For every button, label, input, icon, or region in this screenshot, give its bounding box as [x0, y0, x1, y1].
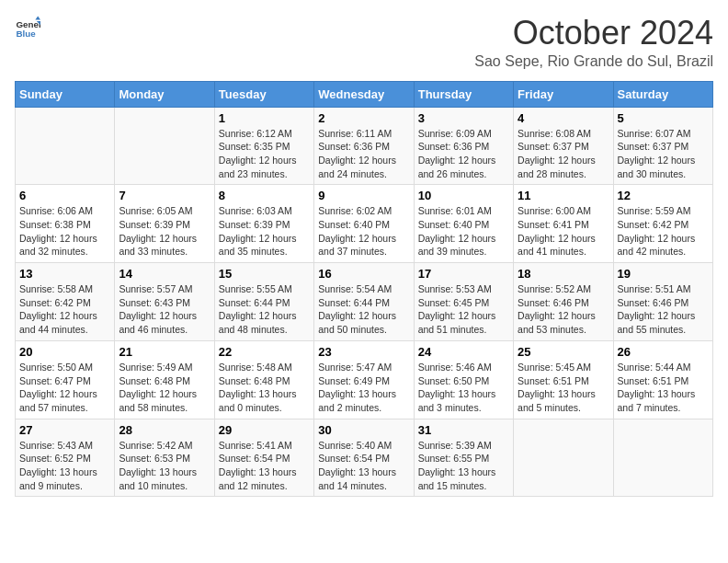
day-number: 6: [19, 189, 110, 202]
day-number: 26: [618, 345, 709, 359]
header-thursday: Thursday: [414, 81, 513, 107]
day-number: 10: [418, 189, 509, 202]
calendar-cell: 12Sunrise: 5:59 AMSunset: 6:42 PMDayligh…: [613, 185, 712, 263]
day-info: Sunrise: 6:00 AMSunset: 6:41 PMDaylight:…: [518, 204, 609, 259]
day-info: Sunrise: 6:08 AMSunset: 6:37 PMDaylight:…: [518, 127, 609, 181]
calendar-cell: [514, 419, 613, 497]
day-info: Sunrise: 5:51 AMSunset: 6:46 PMDaylight:…: [618, 282, 709, 337]
calendar-cell: 3Sunrise: 6:09 AMSunset: 6:36 PMDaylight…: [414, 107, 513, 185]
day-info: Sunrise: 6:02 AMSunset: 6:40 PMDaylight:…: [318, 204, 409, 259]
day-info: Sunrise: 6:09 AMSunset: 6:36 PMDaylight:…: [418, 127, 509, 181]
header-saturday: Saturday: [613, 81, 712, 107]
calendar-cell: 17Sunrise: 5:53 AMSunset: 6:45 PMDayligh…: [414, 263, 513, 341]
week-row-4: 20Sunrise: 5:50 AMSunset: 6:47 PMDayligh…: [16, 340, 713, 419]
day-info: Sunrise: 5:40 AMSunset: 6:54 PMDaylight:…: [318, 439, 409, 493]
calendar-cell: 26Sunrise: 5:44 AMSunset: 6:51 PMDayligh…: [613, 340, 712, 419]
calendar-cell: [16, 107, 115, 185]
day-number: 28: [119, 423, 210, 437]
day-number: 18: [518, 267, 609, 281]
day-info: Sunrise: 5:49 AMSunset: 6:48 PMDaylight:…: [119, 361, 210, 415]
day-info: Sunrise: 5:53 AMSunset: 6:45 PMDaylight:…: [418, 282, 509, 337]
calendar-header-row: SundayMondayTuesdayWednesdayThursdayFrid…: [16, 81, 713, 107]
week-row-3: 13Sunrise: 5:58 AMSunset: 6:42 PMDayligh…: [16, 263, 713, 341]
main-title: October 2024: [474, 15, 713, 52]
day-number: 3: [418, 111, 509, 125]
day-number: 16: [318, 267, 409, 281]
subtitle: Sao Sepe, Rio Grande do Sul, Brazil: [474, 53, 713, 70]
day-number: 19: [618, 267, 709, 281]
header-monday: Monday: [115, 81, 214, 107]
day-number: 17: [418, 267, 509, 281]
day-number: 12: [618, 189, 709, 202]
week-row-5: 27Sunrise: 5:43 AMSunset: 6:52 PMDayligh…: [16, 419, 713, 497]
day-number: 2: [318, 111, 409, 125]
day-info: Sunrise: 5:39 AMSunset: 6:55 PMDaylight:…: [418, 439, 509, 493]
day-number: 24: [418, 345, 509, 359]
header-sunday: Sunday: [16, 81, 115, 107]
day-number: 23: [318, 345, 409, 359]
calendar-cell: 31Sunrise: 5:39 AMSunset: 6:55 PMDayligh…: [414, 419, 513, 497]
day-info: Sunrise: 5:45 AMSunset: 6:51 PMDaylight:…: [518, 361, 609, 415]
day-info: Sunrise: 5:57 AMSunset: 6:43 PMDaylight:…: [119, 282, 210, 337]
day-number: 31: [418, 423, 509, 437]
calendar-cell: 7Sunrise: 6:05 AMSunset: 6:39 PMDaylight…: [115, 185, 214, 263]
day-info: Sunrise: 6:07 AMSunset: 6:37 PMDaylight:…: [618, 127, 709, 181]
calendar-cell: 6Sunrise: 6:06 AMSunset: 6:38 PMDaylight…: [16, 185, 115, 263]
svg-text:Blue: Blue: [16, 29, 36, 39]
day-number: 14: [119, 267, 210, 281]
calendar-cell: 13Sunrise: 5:58 AMSunset: 6:42 PMDayligh…: [16, 263, 115, 341]
calendar-cell: 23Sunrise: 5:47 AMSunset: 6:49 PMDayligh…: [314, 340, 414, 419]
svg-marker-2: [35, 16, 40, 19]
calendar-cell: 9Sunrise: 6:02 AMSunset: 6:40 PMDaylight…: [314, 185, 414, 263]
day-info: Sunrise: 6:12 AMSunset: 6:35 PMDaylight:…: [219, 127, 310, 181]
day-info: Sunrise: 5:54 AMSunset: 6:44 PMDaylight:…: [318, 282, 409, 337]
calendar-cell: [613, 419, 712, 497]
day-info: Sunrise: 5:44 AMSunset: 6:51 PMDaylight:…: [618, 361, 709, 415]
title-section: October 2024 Sao Sepe, Rio Grande do Sul…: [474, 15, 713, 70]
calendar-cell: 25Sunrise: 5:45 AMSunset: 6:51 PMDayligh…: [514, 340, 613, 419]
day-info: Sunrise: 6:11 AMSunset: 6:36 PMDaylight:…: [318, 127, 409, 181]
calendar-cell: 21Sunrise: 5:49 AMSunset: 6:48 PMDayligh…: [115, 340, 214, 419]
logo-icon: General Blue: [15, 15, 40, 40]
calendar-cell: 4Sunrise: 6:08 AMSunset: 6:37 PMDaylight…: [514, 107, 613, 185]
calendar-cell: 27Sunrise: 5:43 AMSunset: 6:52 PMDayligh…: [16, 419, 115, 497]
calendar-cell: 30Sunrise: 5:40 AMSunset: 6:54 PMDayligh…: [314, 419, 414, 497]
calendar-cell: 20Sunrise: 5:50 AMSunset: 6:47 PMDayligh…: [16, 340, 115, 419]
calendar-cell: 29Sunrise: 5:41 AMSunset: 6:54 PMDayligh…: [214, 419, 313, 497]
day-info: Sunrise: 5:47 AMSunset: 6:49 PMDaylight:…: [318, 361, 409, 415]
calendar-cell: 22Sunrise: 5:48 AMSunset: 6:48 PMDayligh…: [214, 340, 313, 419]
day-number: 1: [219, 111, 310, 125]
day-number: 22: [219, 345, 310, 359]
header-friday: Friday: [514, 81, 613, 107]
calendar-cell: 11Sunrise: 6:00 AMSunset: 6:41 PMDayligh…: [514, 185, 613, 263]
day-info: Sunrise: 6:01 AMSunset: 6:40 PMDaylight:…: [418, 204, 509, 259]
day-number: 9: [318, 189, 409, 202]
day-number: 29: [219, 423, 310, 437]
day-number: 21: [119, 345, 210, 359]
day-info: Sunrise: 5:43 AMSunset: 6:52 PMDaylight:…: [19, 439, 110, 493]
day-number: 20: [19, 345, 110, 359]
day-number: 27: [19, 423, 110, 437]
calendar-cell: 2Sunrise: 6:11 AMSunset: 6:36 PMDaylight…: [314, 107, 414, 185]
day-number: 4: [518, 111, 609, 125]
day-info: Sunrise: 5:41 AMSunset: 6:54 PMDaylight:…: [219, 439, 310, 493]
day-info: Sunrise: 5:52 AMSunset: 6:46 PMDaylight:…: [518, 282, 609, 337]
day-number: 13: [19, 267, 110, 281]
calendar-cell: 10Sunrise: 6:01 AMSunset: 6:40 PMDayligh…: [414, 185, 513, 263]
day-number: 8: [219, 189, 310, 202]
day-info: Sunrise: 5:50 AMSunset: 6:47 PMDaylight:…: [19, 361, 110, 415]
day-info: Sunrise: 5:58 AMSunset: 6:42 PMDaylight:…: [19, 282, 110, 337]
day-number: 11: [518, 189, 609, 202]
calendar-cell: 14Sunrise: 5:57 AMSunset: 6:43 PMDayligh…: [115, 263, 214, 341]
calendar-cell: 18Sunrise: 5:52 AMSunset: 6:46 PMDayligh…: [514, 263, 613, 341]
calendar-cell: 16Sunrise: 5:54 AMSunset: 6:44 PMDayligh…: [314, 263, 414, 341]
calendar-cell: 28Sunrise: 5:42 AMSunset: 6:53 PMDayligh…: [115, 419, 214, 497]
calendar-cell: 15Sunrise: 5:55 AMSunset: 6:44 PMDayligh…: [214, 263, 313, 341]
calendar-table: SundayMondayTuesdayWednesdayThursdayFrid…: [15, 81, 713, 498]
calendar-cell: 19Sunrise: 5:51 AMSunset: 6:46 PMDayligh…: [613, 263, 712, 341]
page-header: General Blue October 2024 Sao Sepe, Rio …: [15, 15, 713, 70]
header-tuesday: Tuesday: [214, 81, 313, 107]
logo: General Blue: [15, 15, 40, 40]
day-info: Sunrise: 5:42 AMSunset: 6:53 PMDaylight:…: [119, 439, 210, 493]
calendar-cell: 24Sunrise: 5:46 AMSunset: 6:50 PMDayligh…: [414, 340, 513, 419]
